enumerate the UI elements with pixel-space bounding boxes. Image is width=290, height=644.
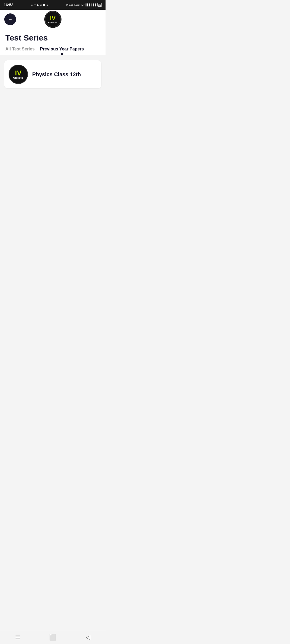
page-title: Test Series bbox=[5, 33, 100, 42]
battery-icon: 21 bbox=[97, 3, 102, 7]
status-time: 16:53 bbox=[4, 3, 13, 7]
tabs-section: All Test Series Previous Year Papers bbox=[0, 42, 106, 55]
bluetooth-icon: ⚙ bbox=[66, 3, 68, 6]
content-area: IV Classes Physics Class 12th bbox=[0, 55, 106, 94]
tab-all-test-series[interactable]: All Test Series bbox=[5, 47, 35, 55]
app-header: ← IV Classes bbox=[0, 10, 106, 29]
logo-inner: IV Classes bbox=[45, 11, 61, 27]
status-right: ⚙ 0.88 KB/S 4G↑ ▌▌▌ ▌▌▌ 21 bbox=[66, 3, 102, 7]
course-logo-v: IV bbox=[15, 69, 22, 76]
logo-classes-text: Classes bbox=[48, 21, 57, 24]
list-item[interactable]: IV Classes Physics Class 12th bbox=[4, 60, 101, 88]
whatsapp-icon: ● bbox=[31, 3, 33, 6]
back-button[interactable]: ← bbox=[4, 13, 16, 25]
logo-v-text: IV bbox=[50, 15, 56, 21]
signal2-icon: ▌▌▌ bbox=[92, 3, 97, 6]
dot-icon: ● bbox=[46, 3, 48, 6]
signal-icon: ▌▌▌ bbox=[86, 3, 91, 6]
back-arrow-icon: ← bbox=[8, 17, 13, 22]
course-logo: IV Classes bbox=[9, 65, 28, 84]
network-type: 4G↑ bbox=[80, 3, 85, 6]
tab-previous-year-papers[interactable]: Previous Year Papers bbox=[40, 47, 84, 55]
status-bar: 16:53 ● ⬡ ▶ ◈ ⬢ ● ⚙ 0.88 KB/S 4G↑ ▌▌▌ ▌▌… bbox=[0, 0, 106, 10]
app-icons: ⬡ ▶ ◈ ⬢ bbox=[34, 3, 45, 6]
status-icons: ● ⬡ ▶ ◈ ⬢ ● bbox=[31, 3, 48, 6]
page-title-section: Test Series bbox=[0, 29, 106, 42]
course-logo-classes: Classes bbox=[13, 76, 23, 79]
course-name: Physics Class 12th bbox=[32, 71, 81, 78]
header-logo: IV Classes bbox=[44, 11, 61, 28]
network-speed: 0.88 KB/S bbox=[69, 3, 80, 6]
